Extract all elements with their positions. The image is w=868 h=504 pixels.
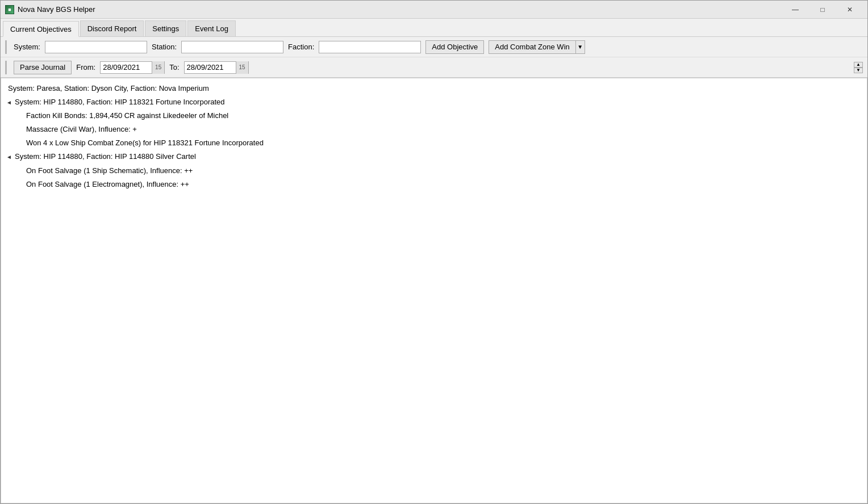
from-date-container: 28/09/2021 15 bbox=[100, 61, 165, 74]
tree-children-3: On Foot Salvage (1 Ship Schematic), Infl… bbox=[26, 164, 862, 191]
toolbar-divider-2 bbox=[5, 61, 7, 74]
collapse-icon-3[interactable]: ◄ bbox=[6, 152, 12, 162]
main-window: ■ Nova Navy BGS Helper — □ ✕ Current Obj… bbox=[0, 0, 868, 504]
from-date-input[interactable]: 28/09/2021 bbox=[101, 62, 152, 73]
add-combat-zone-dropdown[interactable]: ▼ bbox=[576, 40, 585, 54]
to-label: To: bbox=[169, 63, 179, 72]
title-bar: ■ Nova Navy BGS Helper — □ ✕ bbox=[1, 1, 867, 19]
tree-item-3b: On Foot Salvage (1 Electromagnet), Influ… bbox=[26, 178, 862, 191]
tree-item-1: System: Paresa, Station: Dyson City, Fac… bbox=[8, 82, 862, 95]
tab-settings[interactable]: Settings bbox=[145, 20, 186, 36]
add-objective-button[interactable]: Add Objective bbox=[425, 40, 484, 54]
tree-item-2: ◄ System: HIP 114880, Faction: HIP 11832… bbox=[6, 95, 862, 109]
system-input[interactable] bbox=[45, 41, 147, 53]
title-bar-left: ■ Nova Navy BGS Helper bbox=[5, 5, 95, 14]
tab-current-objectives[interactable]: Current Objectives bbox=[3, 21, 79, 37]
tree-item-3a: On Foot Salvage (1 Ship Schematic), Infl… bbox=[26, 164, 862, 178]
tree-item-3: ◄ System: HIP 114880, Faction: HIP 11488… bbox=[6, 150, 862, 163]
maximize-button[interactable]: □ bbox=[809, 3, 836, 16]
content-area: System: Paresa, Station: Dyson City, Fac… bbox=[1, 78, 867, 503]
minimize-button[interactable]: — bbox=[782, 3, 808, 16]
parse-journal-button[interactable]: Parse Journal bbox=[14, 61, 72, 74]
toolbar-divider-1 bbox=[5, 40, 7, 54]
title-bar-controls: — □ ✕ bbox=[782, 3, 863, 16]
tab-discord-report[interactable]: Discord Report bbox=[80, 20, 144, 36]
faction-input[interactable] bbox=[319, 41, 421, 53]
scroll-arrows: ▲ ▼ bbox=[854, 62, 863, 73]
tree-item-2b: Massacre (Civil War), Influence: + bbox=[26, 123, 862, 136]
to-date-input[interactable]: 28/09/2021 bbox=[185, 62, 236, 73]
station-input[interactable] bbox=[181, 41, 283, 53]
toolbar1: System: Station: Faction: Add Objective … bbox=[1, 37, 867, 57]
add-combat-zone-button[interactable]: Add Combat Zone Win bbox=[489, 40, 576, 54]
tree-group-2: ◄ System: HIP 114880, Faction: HIP 11832… bbox=[6, 95, 862, 150]
app-icon: ■ bbox=[5, 5, 14, 14]
scroll-up-arrow[interactable]: ▲ bbox=[854, 62, 863, 68]
close-button[interactable]: ✕ bbox=[837, 3, 863, 16]
scroll-down-arrow[interactable]: ▼ bbox=[854, 68, 863, 73]
tree-item-2a: Faction Kill Bonds: 1,894,450 CR against… bbox=[26, 109, 862, 123]
tab-bar: Current Objectives Discord Report Settin… bbox=[1, 19, 867, 37]
from-label: From: bbox=[76, 63, 95, 72]
to-calendar-button[interactable]: 15 bbox=[236, 61, 248, 74]
tree-children-2: Faction Kill Bonds: 1,894,450 CR against… bbox=[26, 109, 862, 150]
window-title: Nova Navy BGS Helper bbox=[18, 5, 95, 14]
tab-event-log[interactable]: Event Log bbox=[187, 20, 236, 36]
from-calendar-button[interactable]: 15 bbox=[152, 61, 164, 74]
toolbar2: Parse Journal From: 28/09/2021 15 To: 28… bbox=[1, 57, 867, 78]
faction-label: Faction: bbox=[288, 43, 314, 51]
station-label: Station: bbox=[152, 43, 177, 51]
system-label: System: bbox=[14, 43, 40, 51]
tree-item-2c: Won 4 x Low Ship Combat Zone(s) for HIP … bbox=[26, 136, 862, 150]
collapse-icon-2[interactable]: ◄ bbox=[6, 98, 12, 107]
to-date-container: 28/09/2021 15 bbox=[184, 61, 249, 74]
tree-group-3: ◄ System: HIP 114880, Faction: HIP 11488… bbox=[6, 150, 862, 191]
